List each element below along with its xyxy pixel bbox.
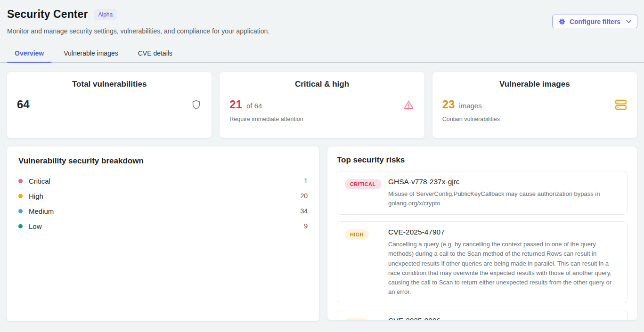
severity-badge-high: HIGH	[345, 318, 369, 321]
severity-badge-high: HIGH	[345, 229, 369, 240]
stat-value-critical-high: 21	[229, 98, 242, 111]
breakdown-value: 34	[300, 207, 308, 215]
page-header: Security Center Alpha Configure filters …	[0, 0, 644, 63]
stat-title: Total vulnerabilities	[17, 80, 202, 89]
risk-id: CVE-2025-9086	[388, 316, 617, 321]
stat-card-total-vulnerabilities: Total vulnerabilities 64	[7, 72, 212, 138]
alpha-badge: Alpha	[94, 9, 117, 20]
stat-suffix: of 64	[246, 102, 262, 110]
configure-filters-label: Configure filters	[570, 18, 620, 25]
stat-card-critical-high: Critical & high 21 of 64 Require immedia…	[219, 72, 424, 138]
risk-item-cve-2025-9086[interactable]: HIGH CVE-2025-9086	[337, 310, 628, 321]
breakdown-rows: Critical 1 High 20 Medium 34 Low 9	[18, 173, 308, 234]
severity-badge-critical: CRITICAL	[345, 179, 381, 189]
stat-suffix: images	[459, 102, 481, 110]
breakdown-label: Critical	[29, 177, 50, 185]
tab-vulnerable-images[interactable]: Vulnerable images	[56, 45, 125, 62]
tab-cve-details[interactable]: CVE details	[130, 45, 180, 62]
breakdown-row-high: High 20	[18, 188, 308, 203]
stat-value-vulnerable-images: 23	[442, 98, 455, 111]
page-subtitle: Monitor and manage security settings, vu…	[7, 27, 637, 35]
chevron-down-icon	[626, 20, 631, 24]
tab-bar: Overview Vulnerable images CVE details	[0, 45, 644, 63]
vulnerability-breakdown-panel: Vulnerability security breakdown Critica…	[7, 146, 319, 322]
breakdown-value: 9	[304, 222, 308, 230]
stats-row: Total vulnerabilities 64 Critical & high…	[7, 72, 637, 138]
breakdown-value: 20	[300, 192, 308, 200]
stat-title: Critical & high	[229, 80, 414, 89]
risks-panel-title: Top security risks	[337, 155, 628, 165]
warning-triangle-icon	[403, 99, 415, 111]
breakdown-row-medium: Medium 34	[18, 203, 308, 219]
risk-item-cve-2025-47907[interactable]: HIGH CVE-2025-47907 Cancelling a query (…	[337, 221, 628, 303]
tab-overview[interactable]: Overview	[7, 45, 51, 62]
server-stack-icon	[615, 99, 627, 110]
page-title: Security Center	[7, 8, 88, 21]
risk-id: GHSA-v778-237x-gjrc	[388, 178, 617, 186]
breakdown-row-critical: Critical 1	[18, 173, 308, 188]
stat-note: Require immediate attention	[229, 116, 414, 122]
critical-dot-icon	[18, 179, 23, 183]
stat-note: Contain vulnerabilities	[442, 116, 627, 122]
breakdown-panel-title: Vulnerability security breakdown	[18, 156, 308, 166]
low-dot-icon	[18, 224, 23, 228]
risk-item-ghsa-v778-237x-gjrc[interactable]: CRITICAL GHSA-v778-237x-gjrc Misuse of S…	[337, 171, 628, 215]
high-dot-icon	[18, 194, 23, 198]
top-security-risks-panel: Top security risks CRITICAL GHSA-v778-23…	[327, 146, 637, 321]
breakdown-label: Medium	[29, 207, 54, 215]
gear-icon	[558, 18, 566, 25]
breakdown-label: High	[29, 192, 43, 200]
risk-description: Cancelling a query (e.g. by cancelling t…	[388, 240, 617, 297]
configure-filters-button[interactable]: Configure filters	[552, 15, 637, 28]
breakdown-value: 1	[304, 177, 308, 185]
stat-title: Vulnerable images	[442, 80, 627, 89]
medium-dot-icon	[18, 209, 23, 213]
shield-icon	[191, 99, 202, 111]
breakdown-row-low: Low 9	[18, 219, 308, 234]
stat-card-vulnerable-images: Vulnerable images 23 images Contain vuln…	[432, 72, 637, 138]
risk-list: CRITICAL GHSA-v778-237x-gjrc Misuse of S…	[337, 171, 628, 321]
stat-value-total: 64	[17, 98, 30, 111]
breakdown-label: Low	[29, 222, 42, 230]
risk-description: Misuse of ServerConfig.PublicKeyCallback…	[388, 189, 617, 208]
risk-id: CVE-2025-47907	[388, 228, 617, 236]
main-content: Total vulnerabilities 64 Critical & high…	[0, 63, 644, 322]
